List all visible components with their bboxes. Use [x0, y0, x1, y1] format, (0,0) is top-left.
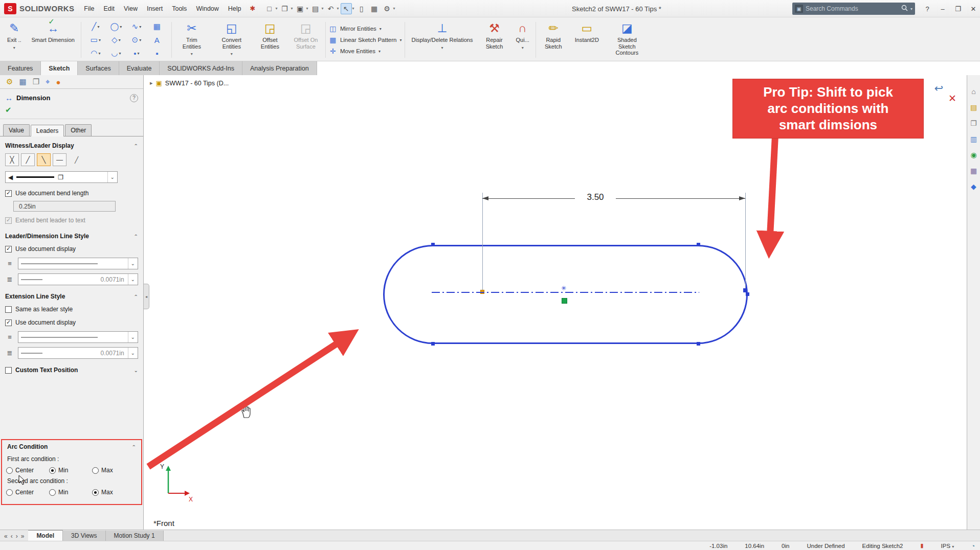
dropdown-caret[interactable]: ▾: [522, 45, 524, 50]
cancel-sketch-icon[interactable]: ✕: [948, 93, 956, 104]
collapse-chevron-icon[interactable]: ⌃: [132, 444, 136, 450]
dropdown-caret[interactable]: ▾: [378, 49, 381, 54]
home-icon[interactable]: ⌂: [971, 87, 975, 96]
menu-file[interactable]: File: [79, 3, 99, 14]
witness-style-2-button[interactable]: ╱: [21, 153, 35, 166]
dropdown-caret[interactable]: ▾: [399, 38, 402, 42]
menu-tools[interactable]: Tools: [167, 3, 191, 14]
units-selector[interactable]: IPS ▾: [941, 543, 954, 549]
propertymanager-tab-icon[interactable]: ⚙: [6, 77, 13, 86]
quick-snaps-button[interactable]: ∩ Qui...: [514, 20, 531, 44]
collapse-chevron-icon[interactable]: ⌃: [134, 234, 138, 239]
tree-item-label[interactable]: SWW17 - 60 Tips (D...: [165, 80, 229, 87]
dropdown-caret[interactable]: ▾: [306, 6, 308, 11]
three-point-arc-button[interactable]: ◡▾: [106, 49, 126, 58]
same-as-leader-checkbox[interactable]: [5, 306, 12, 313]
witness-leader-section-header[interactable]: Witness/Leader Display ⌃: [0, 136, 143, 152]
slot-sketch-profile[interactable]: [383, 245, 748, 344]
print-icon[interactable]: ▤: [310, 3, 321, 14]
second-arc-max-radio[interactable]: Max: [92, 489, 135, 496]
arc-condition-header[interactable]: Arc Condition ⌃: [2, 440, 141, 453]
collapse-chevron-icon[interactable]: ⌃: [134, 294, 138, 300]
dropdown-caret[interactable]: ⌄: [128, 274, 135, 285]
custom-text-position-checkbox[interactable]: [5, 367, 12, 374]
repair-sketch-button[interactable]: ⚒ Repair Sketch: [481, 20, 507, 51]
witness-style-3-button[interactable]: ╲: [37, 153, 51, 166]
extension-use-document-display-row[interactable]: Use document display: [0, 316, 143, 329]
search-icon[interactable]: [901, 5, 908, 13]
second-arc-center-radio[interactable]: Center: [6, 489, 49, 496]
point-tool-button[interactable]: •▾: [126, 49, 147, 58]
radio-circle[interactable]: [92, 467, 99, 474]
sketch-vertex[interactable]: [697, 243, 700, 246]
leader-use-document-display-checkbox[interactable]: [5, 246, 12, 253]
construction-centerline[interactable]: [432, 292, 699, 293]
dropdown-caret[interactable]: ▾: [191, 52, 193, 56]
panel-help-icon[interactable]: ?: [130, 94, 138, 102]
select-tool-icon[interactable]: ↖: [341, 3, 352, 14]
evaluate-list-icon[interactable]: ▦: [369, 3, 380, 14]
mirror-entities-button[interactable]: ◫ Mirror Entities ▾: [329, 25, 402, 33]
polygon-tool-button[interactable]: ◇▾: [106, 35, 126, 44]
witness-style-1-button[interactable]: ╳: [5, 153, 19, 166]
forum-icon[interactable]: ◆: [971, 182, 976, 191]
options-gear-icon[interactable]: ⚙: [382, 3, 393, 14]
sketch-vertex[interactable]: [746, 292, 749, 296]
appearances-scenes-icon[interactable]: ◉: [970, 151, 976, 159]
collapse-chevron-icon[interactable]: ⌃: [134, 143, 138, 149]
dropdown-caret[interactable]: ▾: [275, 6, 277, 11]
sketch-grid-button[interactable]: ▦: [147, 22, 167, 31]
feature-tree-flyout[interactable]: ▸ ▣ SWW17 - 60 Tips (D...: [150, 79, 229, 87]
radio-circle[interactable]: [49, 489, 56, 496]
save-icon[interactable]: ▣: [295, 3, 306, 14]
dropdown-caret[interactable]: ⌄: [128, 348, 135, 358]
smart-dimension-button[interactable]: ↔✓ Smart Dimension: [30, 20, 77, 44]
tree-expand-icon[interactable]: ▸: [150, 80, 153, 86]
offset-entities-button[interactable]: ◲ Offset Entities: [256, 20, 284, 51]
extend-bent-leader-checkbox[interactable]: [5, 217, 12, 224]
next-tab-icon[interactable]: ›: [15, 533, 19, 540]
extension-line-thickness-dropdown[interactable]: 0.0071in ⌄: [18, 347, 138, 359]
tab-model[interactable]: Model: [28, 530, 63, 541]
rapid-sketch-button[interactable]: ✏ Rapid Sketch: [540, 20, 567, 51]
dropdown-caret[interactable]: ▾: [231, 52, 233, 56]
first-tab-icon[interactable]: «: [3, 533, 9, 540]
line-tool-button[interactable]: ╱▾: [85, 22, 106, 31]
minimize-icon[interactable]: –: [939, 5, 946, 13]
extend-bent-leader-row[interactable]: Extend bent leader to text: [0, 214, 143, 227]
exit-sketch-button[interactable]: ✎ Exit ..: [5, 20, 24, 44]
dropdown-caret[interactable]: ⌄: [128, 332, 135, 342]
new-document-icon[interactable]: □: [263, 3, 275, 14]
tab-3d-views[interactable]: 3D Views: [63, 531, 105, 541]
arrow-style-dropdown[interactable]: ◀ ❐ ⌄: [5, 171, 118, 183]
help-icon[interactable]: ?: [924, 5, 931, 13]
radio-circle-selected[interactable]: [92, 489, 99, 496]
radio-circle[interactable]: [6, 467, 13, 474]
design-library-icon[interactable]: ▤: [970, 103, 977, 111]
dropdown-caret[interactable]: ▾: [322, 6, 324, 11]
tab-solidworks-addins[interactable]: SOLIDWORKS Add-Ins: [160, 61, 242, 75]
extension-line-style-header[interactable]: Extension Line Style ⌃: [0, 287, 143, 303]
tab-sketch[interactable]: Sketch: [41, 61, 78, 75]
dropdown-caret[interactable]: ▾: [337, 6, 339, 11]
ok-checkmark-icon[interactable]: ✔: [0, 104, 143, 119]
use-document-bend-length-row[interactable]: Use document bend length: [0, 187, 143, 200]
previous-tab-icon[interactable]: ‹: [10, 533, 14, 540]
menu-insert[interactable]: Insert: [142, 3, 167, 14]
dropdown-caret[interactable]: ⌄: [128, 258, 135, 269]
bend-length-field[interactable]: [13, 201, 116, 212]
extension-use-document-display-checkbox[interactable]: [5, 319, 12, 326]
offset-on-surface-button[interactable]: ◲ Offset On Surface: [291, 20, 321, 51]
sketch-vertex[interactable]: [697, 342, 700, 346]
radio-circle-selected[interactable]: [49, 467, 56, 474]
trim-entities-button[interactable]: ✂ Trim Entities: [176, 20, 208, 51]
undo-icon[interactable]: ↶: [325, 3, 337, 14]
ellipse-tool-button[interactable]: ⊙▾: [126, 35, 147, 44]
tab-features[interactable]: Features: [0, 61, 41, 75]
close-icon[interactable]: ✕: [970, 5, 977, 13]
tab-surfaces[interactable]: Surfaces: [78, 61, 119, 75]
first-arc-center-radio[interactable]: Center: [6, 467, 49, 474]
extension-line-style-dropdown[interactable]: ⌄: [18, 331, 138, 343]
tab-value[interactable]: Value: [3, 124, 30, 136]
use-document-bend-length-checkbox[interactable]: [5, 190, 12, 197]
